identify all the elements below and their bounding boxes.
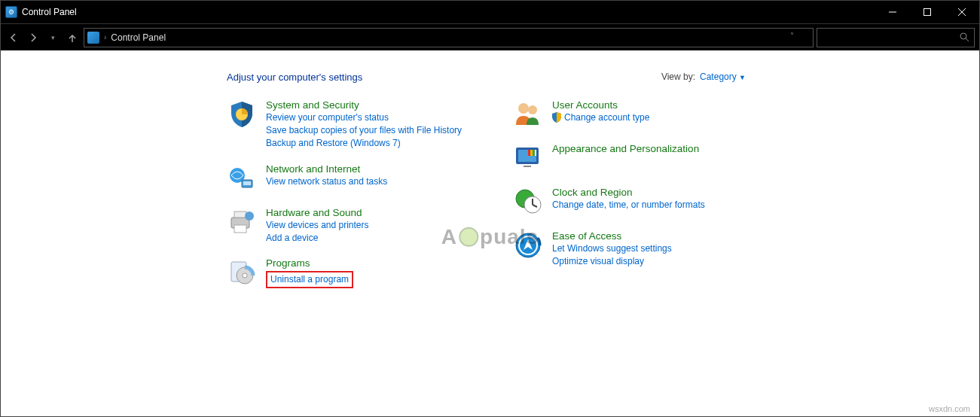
monitor-colors-icon — [513, 143, 543, 173]
category-link[interactable]: Change date, time, or number formats — [552, 199, 705, 211]
navbar: ▾ › Control Panel ˅ — [1, 23, 979, 50]
svg-rect-12 — [234, 212, 246, 218]
category-clock-region: Clock and Region Change date, time, or n… — [513, 187, 769, 217]
up-button[interactable] — [64, 29, 81, 46]
category-link[interactable]: Optimize visual display — [552, 255, 672, 267]
category-title[interactable]: Clock and Region — [552, 187, 705, 198]
uac-shield-icon — [552, 112, 561, 123]
category-hardware-sound: Hardware and Sound View devices and prin… — [227, 207, 483, 244]
refresh-button[interactable] — [800, 32, 810, 44]
page-heading: Adjust your computer's settings — [227, 72, 979, 83]
svg-rect-25 — [533, 150, 535, 156]
category-column-right: User Accounts Change account type Appear… — [513, 99, 769, 288]
svg-rect-1 — [924, 9, 931, 16]
history-dropdown[interactable]: ▾ — [44, 29, 61, 46]
category-title[interactable]: Network and Internet — [266, 163, 387, 175]
search-icon — [960, 32, 969, 42]
minimize-button[interactable] — [875, 1, 910, 23]
svg-line-6 — [966, 38, 969, 41]
address-dropdown-icon[interactable]: ˅ — [790, 32, 794, 44]
category-link[interactable]: Backup and Restore (Windows 7) — [266, 137, 462, 149]
view-by-label: View by: — [661, 72, 695, 82]
category-title[interactable]: Appearance and Personalization — [552, 143, 699, 154]
svg-point-18 — [518, 103, 529, 114]
category-link[interactable]: View devices and printers — [266, 219, 369, 231]
category-programs: Programs Uninstall a program — [227, 257, 483, 288]
category-link[interactable]: Review your computer's status — [266, 111, 462, 123]
control-panel-icon: ⚙ — [5, 6, 17, 18]
svg-rect-13 — [234, 225, 246, 233]
search-input[interactable] — [817, 28, 975, 47]
category-link[interactable]: Change account type — [552, 111, 649, 123]
titlebar: ⚙ Control Panel — [1, 1, 979, 23]
highlight-box: Uninstall a program — [266, 271, 353, 288]
category-network-internet: Network and Internet View network status… — [227, 163, 483, 193]
svg-rect-10 — [243, 181, 251, 185]
footer-attribution: wsxdn.com — [929, 404, 970, 413]
svg-point-5 — [960, 33, 966, 39]
window-title: Control Panel — [22, 7, 77, 17]
view-by-row: View by: Category ▼ — [661, 72, 746, 82]
view-by-dropdown[interactable]: Category ▼ — [700, 72, 746, 82]
back-button[interactable] — [5, 29, 22, 46]
globe-network-icon — [227, 163, 257, 193]
svg-point-14 — [245, 212, 254, 221]
svg-point-19 — [528, 105, 537, 114]
disc-box-icon — [227, 257, 257, 288]
category-title[interactable]: Hardware and Sound — [266, 207, 369, 218]
category-column-left: System and Security Review your computer… — [227, 99, 483, 288]
clock-globe-icon — [513, 187, 543, 217]
address-icon — [87, 32, 99, 44]
ease-of-access-icon — [513, 230, 543, 260]
printer-icon — [227, 207, 257, 237]
svg-point-17 — [243, 273, 247, 278]
svg-rect-24 — [530, 150, 533, 156]
forward-button[interactable] — [25, 29, 41, 46]
breadcrumb-root[interactable]: Control Panel — [111, 32, 166, 43]
category-link[interactable]: View network status and tasks — [266, 175, 387, 187]
category-system-security: System and Security Review your computer… — [227, 99, 483, 150]
category-title[interactable]: Ease of Access — [552, 230, 672, 242]
category-user-accounts: User Accounts Change account type — [513, 99, 769, 129]
uninstall-program-link[interactable]: Uninstall a program — [270, 274, 349, 285]
chevron-right-icon: › — [104, 33, 106, 41]
category-link[interactable]: Add a device — [266, 232, 369, 244]
category-link[interactable]: Let Windows suggest settings — [552, 242, 672, 254]
close-button[interactable] — [945, 1, 979, 23]
chevron-down-icon: ▼ — [739, 74, 746, 81]
maximize-button[interactable] — [910, 1, 945, 23]
window-controls — [875, 1, 979, 23]
users-icon — [513, 99, 543, 129]
address-bar[interactable]: › Control Panel ˅ — [84, 28, 814, 47]
category-ease-of-access: Ease of Access Let Windows suggest setti… — [513, 230, 769, 267]
svg-rect-26 — [524, 166, 531, 167]
content-area: Adjust your computer's settings View by:… — [1, 50, 979, 416]
category-title[interactable]: System and Security — [266, 99, 462, 111]
category-title[interactable]: User Accounts — [552, 99, 649, 111]
category-appearance: Appearance and Personalization — [513, 143, 769, 173]
category-title[interactable]: Programs — [266, 257, 353, 269]
shield-icon — [227, 99, 257, 129]
svg-rect-23 — [528, 150, 530, 156]
category-link[interactable]: Save backup copies of your files with Fi… — [266, 124, 462, 136]
